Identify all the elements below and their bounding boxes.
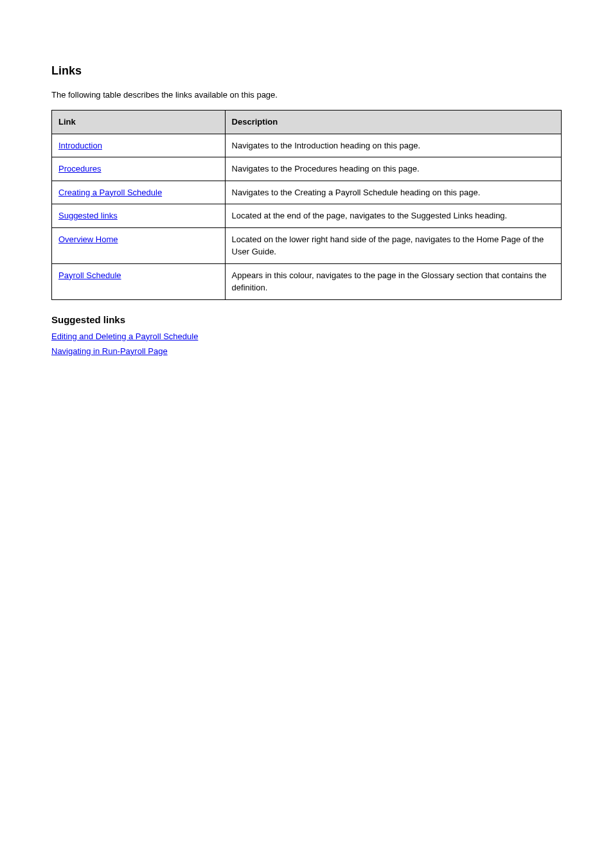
table-row: Overview Home Located on the lower right… <box>52 227 562 263</box>
table-header-link: Link <box>52 111 226 134</box>
link-navigating-run-payroll[interactable]: Navigating in Run-Payroll Page <box>51 346 168 356</box>
table-header-row: Link Description <box>52 111 562 134</box>
table-row: Introduction Navigates to the Introducti… <box>52 134 562 157</box>
link-suggested-links[interactable]: Suggested links <box>58 211 118 220</box>
link-editing-deleting-payroll-schedule[interactable]: Editing and Deleting a Payroll Schedule <box>51 332 198 341</box>
table-cell-description: Appears in this colour, navigates to the… <box>225 263 561 299</box>
table-row: Procedures Navigates to the Procedures h… <box>52 157 562 181</box>
link-overview-home[interactable]: Overview Home <box>58 235 118 244</box>
table-row: Payroll Schedule Appears in this colour,… <box>52 263 562 299</box>
suggested-links-heading: Suggested links <box>51 314 562 325</box>
link-procedures[interactable]: Procedures <box>58 164 101 173</box>
link-payroll-schedule-glossary[interactable]: Payroll Schedule <box>58 270 121 280</box>
table-header-description: Description <box>225 111 561 134</box>
table-cell-description: Located at the end of the page, navigate… <box>225 204 561 228</box>
table-cell-description: Navigates to the Creating a Payroll Sche… <box>225 181 561 204</box>
table-cell-description: Navigates to the Introduction heading on… <box>225 134 561 157</box>
intro-text: The following table describes the links … <box>51 89 562 101</box>
links-table: Link Description Introduction Navigates … <box>51 110 562 300</box>
section-heading-links: Links <box>51 64 562 78</box>
link-creating-payroll-schedule[interactable]: Creating a Payroll Schedule <box>58 188 162 197</box>
table-cell-description: Located on the lower right hand side of … <box>225 227 561 263</box>
table-row: Suggested links Located at the end of th… <box>52 204 562 228</box>
link-introduction[interactable]: Introduction <box>58 141 102 150</box>
table-cell-description: Navigates to the Procedures heading on t… <box>225 157 561 181</box>
table-row: Creating a Payroll Schedule Navigates to… <box>52 181 562 204</box>
